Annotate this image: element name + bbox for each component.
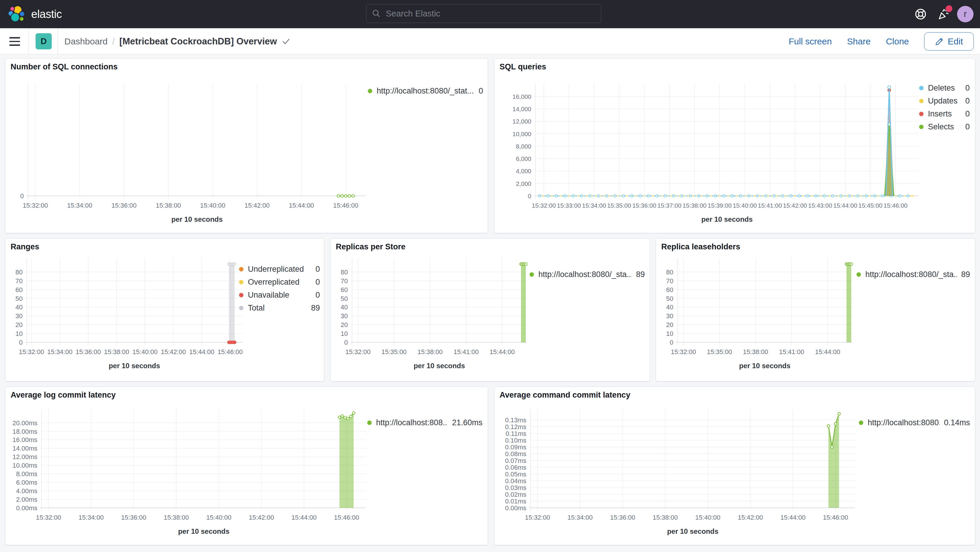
svg-text:10.00ms: 10.00ms: [13, 462, 37, 469]
svg-text:15:40:00: 15:40:00: [206, 514, 231, 521]
legend-item[interactable]: Deletes0: [919, 81, 970, 94]
legend-avg-command-commit-latency: http://localhost:8080...0.14ms: [859, 416, 970, 429]
svg-text:per 10 seconds: per 10 seconds: [172, 215, 223, 223]
legend-label: Total: [248, 304, 307, 313]
legend-item[interactable]: http://localhost:808...21.60ms: [367, 416, 482, 429]
svg-text:15:41:00: 15:41:00: [758, 202, 782, 209]
legend-item[interactable]: Updates0: [919, 94, 970, 107]
help-button[interactable]: [911, 5, 930, 24]
breadcrumb-dashboard-link[interactable]: Dashboard: [64, 37, 108, 46]
space-badge[interactable]: D: [36, 33, 52, 49]
svg-text:0.06ms: 0.06ms: [505, 464, 526, 471]
global-search[interactable]: [366, 4, 601, 23]
title-check-icon[interactable]: [282, 37, 291, 46]
legend-label: Unavailable: [248, 291, 311, 300]
legend-value: 0: [965, 110, 970, 119]
svg-text:80: 80: [341, 269, 348, 276]
chart-ranges[interactable]: 0102030405060708015:32:0015:34:0015:36:0…: [10, 256, 245, 374]
avatar-letter: r: [964, 9, 967, 19]
clone-button[interactable]: Clone: [886, 37, 909, 46]
svg-text:per 10 seconds: per 10 seconds: [414, 362, 465, 370]
svg-text:10: 10: [666, 330, 673, 337]
svg-text:15:36:00: 15:36:00: [632, 202, 656, 209]
svg-text:70: 70: [341, 277, 348, 285]
legend-value: 0: [315, 265, 320, 274]
svg-text:per 10 seconds: per 10 seconds: [739, 362, 791, 370]
panel-title-sql-connections[interactable]: Number of SQL connections: [11, 62, 118, 72]
svg-text:0: 0: [344, 339, 348, 346]
share-button[interactable]: Share: [847, 37, 870, 46]
newsfeed-button[interactable]: [934, 5, 953, 24]
svg-text:8.00ms: 8.00ms: [16, 470, 37, 477]
legend-replicas-per-store: http://localhost:8080/_sta...89: [530, 268, 645, 281]
svg-text:15:34:00: 15:34:00: [78, 514, 104, 521]
svg-text:20: 20: [666, 321, 673, 328]
svg-text:15:38:00: 15:38:00: [417, 348, 443, 356]
chart-replica-leaseholders[interactable]: 0102030405060708015:32:0015:35:0015:38:0…: [660, 256, 854, 374]
panel-title-avg-command-commit-latency[interactable]: Average command commit latency: [500, 391, 630, 400]
breadcrumb-separator: /: [112, 37, 115, 46]
chart-avg-command-commit-latency[interactable]: 0.00ms0.01ms0.02ms0.03ms0.04ms0.05ms0.06…: [499, 407, 858, 540]
divider: [28, 28, 29, 54]
svg-text:15:41:00: 15:41:00: [453, 348, 479, 356]
full-screen-button[interactable]: Full screen: [789, 37, 832, 46]
legend-item[interactable]: Inserts0: [919, 107, 970, 120]
legend-sql-queries: Deletes0Updates0Inserts0Selects0: [919, 81, 970, 133]
svg-text:15:46:00: 15:46:00: [823, 514, 848, 521]
legend-item[interactable]: http://localhost:8080/_stat...0: [368, 84, 483, 97]
legend-item[interactable]: Total89: [239, 301, 320, 314]
svg-text:15:32:00: 15:32:00: [532, 202, 556, 209]
menu-hamburger-button[interactable]: [9, 36, 21, 47]
chart-sql-connections[interactable]: 015:32:0015:34:0015:36:0015:38:0015:40:0…: [10, 81, 368, 227]
svg-text:15:32:00: 15:32:00: [671, 348, 696, 356]
page-title[interactable]: [Metricbeat CockroachDB] Overview: [119, 36, 277, 47]
chart-avg-log-commit-latency[interactable]: 0.00ms2.00ms4.00ms6.00ms8.00ms10.00ms12.…: [10, 407, 368, 540]
legend-item[interactable]: http://localhost:8080...0.14ms: [859, 416, 970, 429]
legend-item[interactable]: Underreplicated0: [239, 262, 320, 275]
svg-text:0: 0: [20, 192, 24, 200]
legend-label: Updates: [928, 97, 961, 106]
legend-dot: [919, 125, 924, 129]
svg-text:15:38:00: 15:38:00: [743, 348, 768, 356]
legend-item[interactable]: Overreplicated0: [239, 275, 320, 288]
legend-value: 89: [636, 270, 645, 279]
svg-text:0.11ms: 0.11ms: [506, 430, 526, 437]
legend-label: Selects: [928, 122, 961, 132]
panel-title-replicas-per-store[interactable]: Replicas per Store: [336, 242, 406, 251]
panel-title-sql-queries[interactable]: SQL queries: [500, 62, 546, 72]
svg-text:15:34:00: 15:34:00: [67, 202, 92, 209]
legend-avg-log-commit-latency: http://localhost:808...21.60ms: [367, 416, 482, 429]
elastic-logo[interactable]: elastic: [8, 4, 62, 24]
svg-text:4.00ms: 4.00ms: [16, 487, 37, 495]
svg-text:0: 0: [670, 339, 673, 346]
legend-item[interactable]: Unavailable0: [239, 288, 320, 301]
svg-text:15:36:00: 15:36:00: [76, 348, 101, 356]
svg-text:15:36:00: 15:36:00: [121, 514, 146, 521]
svg-text:12.00ms: 12.00ms: [13, 453, 37, 461]
legend-label: Underreplicated: [248, 265, 311, 274]
panel-title-ranges[interactable]: Ranges: [11, 242, 40, 251]
panel-title-avg-log-commit-latency[interactable]: Average log commit latency: [11, 391, 116, 400]
user-avatar[interactable]: r: [957, 6, 974, 22]
legend-value: 0: [965, 122, 970, 132]
legend-item[interactable]: http://localhost:8080/_sta...89: [856, 268, 970, 281]
legend-item[interactable]: Selects0: [919, 120, 970, 133]
svg-text:15:42:00: 15:42:00: [244, 202, 270, 209]
chart-replicas-per-store[interactable]: 0102030405060708015:32:0015:35:0015:38:0…: [335, 256, 529, 374]
panel-avg-command-commit-latency: Average command commit latency0.00ms0.01…: [494, 387, 975, 545]
svg-text:15:44:00: 15:44:00: [189, 348, 214, 356]
edit-button[interactable]: Edit: [924, 32, 974, 51]
legend-item[interactable]: http://localhost:8080/_sta...89: [530, 268, 645, 281]
search-input[interactable]: [385, 8, 596, 19]
svg-text:40: 40: [16, 304, 23, 311]
legend-dot: [239, 306, 243, 310]
svg-text:30: 30: [341, 312, 348, 320]
legend-value: 89: [961, 270, 970, 279]
panel-title-replica-leaseholders[interactable]: Replica leaseholders: [661, 242, 740, 251]
breadcrumb: Dashboard / [Metricbeat CockroachDB] Ove…: [64, 28, 291, 54]
svg-text:15:38:00: 15:38:00: [104, 348, 129, 356]
chart-sql-queries[interactable]: 02,0004,0006,0008,00010,00012,00014,0001…: [499, 81, 921, 227]
legend-replica-leaseholders: http://localhost:8080/_sta...89: [856, 268, 970, 281]
svg-text:15:35:00: 15:35:00: [607, 202, 631, 209]
svg-text:15:32:00: 15:32:00: [19, 348, 44, 356]
